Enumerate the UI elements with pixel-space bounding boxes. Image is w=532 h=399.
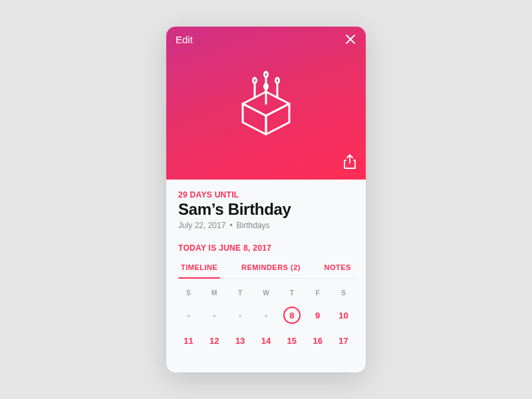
event-category: Birthdays	[237, 221, 270, 230]
svg-point-6	[276, 78, 279, 83]
share-icon[interactable]	[343, 154, 356, 172]
calendar-day[interactable]: •	[201, 301, 227, 330]
calendar-day[interactable]: 12	[201, 330, 227, 352]
calendar-dow: S	[176, 285, 201, 301]
edit-button[interactable]: Edit	[176, 34, 193, 45]
calendar-day[interactable]: 9	[305, 301, 331, 330]
calendar-dow: T	[279, 285, 305, 301]
calendar-dow: S	[331, 285, 356, 301]
tab-reminders[interactable]: REMINDERS (2)	[239, 263, 303, 278]
calendar-today-marker: 8	[283, 307, 301, 324]
calendar-day[interactable]: •	[176, 301, 201, 330]
calendar-dow: T	[227, 285, 253, 301]
close-icon[interactable]	[344, 33, 356, 45]
tab-notes[interactable]: NOTES	[322, 263, 354, 278]
countdown-label: 29 DAYS UNTIL	[178, 190, 354, 200]
hero: Edit	[166, 27, 366, 180]
calendar-day[interactable]: 13	[227, 330, 253, 352]
separator-dot: •	[229, 221, 232, 230]
tab-timeline[interactable]: TIMELINE	[178, 263, 220, 278]
birthday-cake-icon	[226, 65, 306, 148]
event-date: July 22, 2017	[178, 221, 225, 230]
calendar-dow: W	[253, 285, 279, 301]
calendar-table: SMTWTFS ••••891011121314151617	[176, 285, 356, 352]
event-card: Edit	[166, 27, 366, 372]
calendar-day[interactable]: 11	[176, 330, 201, 352]
calendar-day[interactable]: 8	[279, 301, 305, 330]
calendar-day[interactable]: •	[227, 301, 253, 330]
today-label: TODAY IS JUNE 8, 2017	[178, 243, 354, 253]
event-subtitle: July 22, 2017 • Birthdays	[178, 221, 354, 230]
calendar-day[interactable]: 15	[279, 330, 305, 352]
calendar-day[interactable]: 17	[331, 330, 356, 352]
tabs: TIMELINE REMINDERS (2) NOTES	[178, 263, 354, 279]
svg-point-4	[265, 72, 268, 77]
calendar-day[interactable]: 16	[305, 330, 331, 352]
calendar-dow: F	[305, 285, 331, 301]
hero-top-bar: Edit	[176, 33, 356, 45]
event-title: Sam’s Birthday	[178, 200, 354, 219]
svg-point-5	[253, 78, 257, 83]
event-body: 29 DAYS UNTIL Sam’s Birthday July 22, 20…	[166, 180, 366, 279]
calendar-day[interactable]: 10	[331, 301, 356, 330]
calendar-day[interactable]: 14	[253, 330, 279, 352]
calendar-day[interactable]: •	[253, 301, 279, 330]
calendar: SMTWTFS ••••891011121314151617	[166, 279, 366, 352]
calendar-dow: M	[201, 285, 227, 301]
